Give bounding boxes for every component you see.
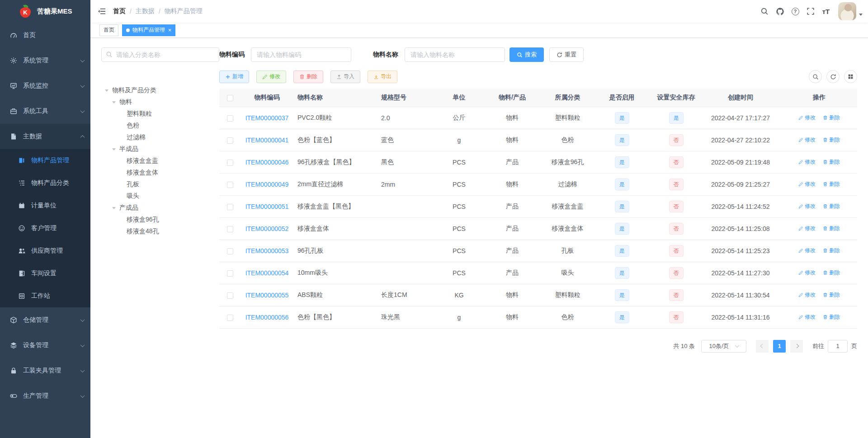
row-edit-link[interactable]: 修改 [798,158,816,166]
sidebar-item-home[interactable]: 首页 [0,23,90,48]
item-code-link[interactable]: ITEM00000053 [245,247,289,254]
item-code-link[interactable]: ITEM00000056 [245,314,289,321]
row-delete-link[interactable]: 删除 [823,180,840,188]
item-code-link[interactable]: ITEM00000052 [245,225,289,232]
sidebar-item-measurement-unit[interactable]: 计量单位 [0,194,90,217]
sidebar-item-workstation[interactable]: 工作站 [0,285,90,307]
tree-node-root[interactable]: 物料及产品分类 [101,85,219,96]
help-icon[interactable]: ? [788,4,803,19]
breadcrumb-home[interactable]: 首页 [113,7,126,15]
row-delete-link[interactable]: 删除 [823,158,840,166]
code-filter-input[interactable] [251,47,351,62]
row-edit-link[interactable]: 修改 [798,203,816,210]
sidebar-collapse-icon[interactable] [98,8,106,15]
item-code-link[interactable]: ITEM00000041 [245,137,289,144]
delete-button[interactable]: 删除 [293,71,323,83]
sidebar-item-system-monitor[interactable]: 系统监控 [0,73,90,99]
tree-node-leaf[interactable]: 吸头 [101,190,219,202]
sidebar-item-material-product-mgmt[interactable]: 物料产品管理 [0,149,90,172]
row-delete-link[interactable]: 删除 [823,203,840,210]
row-delete-link[interactable]: 删除 [823,136,840,144]
sidebar-item-system-mgmt[interactable]: 系统管理 [0,48,90,73]
row-edit-link[interactable]: 修改 [798,136,816,144]
item-code-link[interactable]: ITEM00000049 [245,181,289,188]
sidebar-item-workshop-settings[interactable]: 车间设置 [0,262,90,285]
tree-node-leaf[interactable]: 移液盒盒体 [101,167,219,179]
row-edit-link[interactable]: 修改 [798,269,816,277]
import-button[interactable]: 导入 [330,71,360,83]
row-checkbox[interactable] [227,182,233,188]
sidebar-item-master-data[interactable]: 主数据 [0,124,90,149]
user-avatar[interactable] [838,2,856,20]
row-checkbox[interactable] [227,292,233,299]
tab-material-product-mgmt[interactable]: 物料产品管理 × [122,24,175,36]
page-number-button[interactable]: 1 [773,340,786,353]
search-button[interactable]: 搜索 [509,47,544,62]
sidebar-item-warehouse-mgmt[interactable]: 仓储管理 [0,307,90,333]
row-edit-link[interactable]: 修改 [798,114,816,122]
category-search-input[interactable] [101,47,219,62]
tree-node-leaf[interactable]: 移液盒盒盖 [101,155,219,167]
fullscreen-icon[interactable] [803,4,818,19]
item-code-link[interactable]: ITEM00000051 [245,203,289,210]
row-checkbox[interactable] [227,226,233,232]
row-delete-link[interactable]: 删除 [823,291,840,299]
row-delete-link[interactable]: 删除 [823,313,840,321]
show-search-toggle-button[interactable] [809,70,822,83]
github-icon[interactable] [772,4,788,19]
name-filter-input[interactable] [405,47,505,62]
tree-node-material[interactable]: 物料 [101,96,219,108]
sidebar-item-production-mgmt[interactable]: 生产管理 [0,383,90,409]
sidebar-item-supplier-mgmt[interactable]: 供应商管理 [0,240,90,262]
sidebar-item-customer-mgmt[interactable]: 客户管理 [0,217,90,240]
tree-node-leaf[interactable]: 塑料颗粒 [101,108,219,120]
row-delete-link[interactable]: 删除 [823,114,840,122]
reset-button[interactable]: 重置 [549,47,584,62]
tree-node-leaf[interactable]: 过滤棉 [101,132,219,143]
row-edit-link[interactable]: 修改 [798,180,816,188]
select-all-checkbox[interactable] [227,95,233,101]
user-menu-caret-icon[interactable] [859,14,863,16]
row-edit-link[interactable]: 修改 [798,225,816,232]
item-code-link[interactable]: ITEM00000046 [245,159,289,166]
tree-node-leaf[interactable]: 移液盒96孔 [101,214,219,226]
column-settings-button[interactable] [844,70,857,83]
tree-node-leaf[interactable]: 移液盒48孔 [101,226,219,237]
tree-node-finished[interactable]: 产成品 [101,202,219,214]
row-checkbox[interactable] [227,204,233,210]
next-page-button[interactable] [790,340,803,353]
tree-node-leaf[interactable]: 孔板 [101,179,219,190]
header-search-icon[interactable] [757,4,772,19]
row-checkbox[interactable] [227,160,233,166]
tree-node-leaf[interactable]: 色粉 [101,120,219,132]
item-code-link[interactable]: ITEM00000055 [245,292,289,299]
row-edit-link[interactable]: 修改 [798,247,816,254]
row-delete-link[interactable]: 删除 [823,225,840,232]
export-button[interactable]: 导出 [368,71,397,83]
tab-close-icon[interactable]: × [168,28,171,33]
row-delete-link[interactable]: 删除 [823,247,840,254]
row-checkbox[interactable] [227,115,233,122]
add-button[interactable]: 新增 [219,71,249,83]
tree-node-semi-finished[interactable]: 半成品 [101,143,219,155]
tab-home[interactable]: 首页 [99,24,118,36]
item-code-link[interactable]: ITEM00000037 [245,114,289,122]
edit-button[interactable]: 修改 [256,71,286,83]
page-size-select[interactable]: 10条/页 [701,340,746,353]
prev-page-button[interactable] [756,340,769,353]
row-checkbox[interactable] [227,270,233,277]
row-checkbox[interactable] [227,315,233,321]
sidebar-item-equipment-mgmt[interactable]: 设备管理 [0,333,90,358]
item-code-link[interactable]: ITEM00000054 [245,269,289,277]
row-checkbox[interactable] [227,248,233,254]
goto-page-input[interactable] [828,340,848,353]
sidebar-item-system-tools[interactable]: 系统工具 [0,99,90,124]
row-edit-link[interactable]: 修改 [798,291,816,299]
font-size-icon[interactable]: тT [818,4,834,19]
sidebar-item-material-product-category[interactable]: 物料产品分类 [0,172,90,194]
refresh-table-button[interactable] [826,70,840,83]
sidebar-item-tooling-fixture-mgmt[interactable]: 工装夹具管理 [0,358,90,383]
row-delete-link[interactable]: 删除 [823,269,840,277]
row-checkbox[interactable] [227,137,233,144]
row-edit-link[interactable]: 修改 [798,313,816,321]
